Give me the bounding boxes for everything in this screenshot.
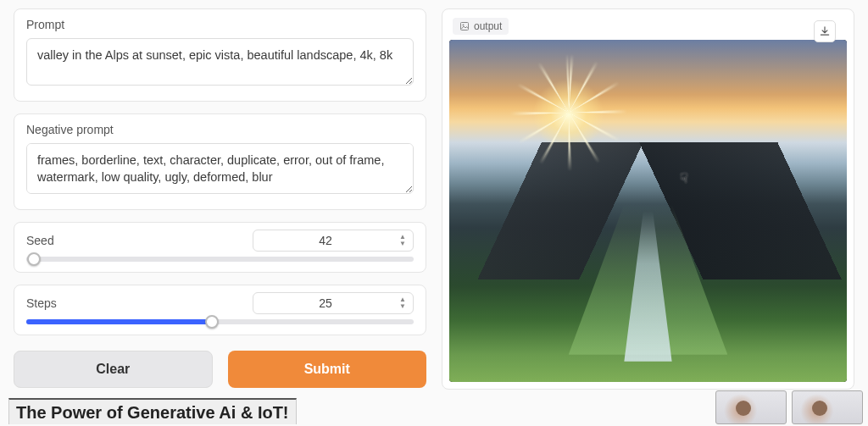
steps-group: Steps 25 ▲▼ — [14, 285, 426, 335]
chevron-down-icon[interactable]: ▼ — [396, 303, 409, 310]
prompt-group: Prompt — [14, 8, 426, 102]
seed-slider[interactable] — [26, 257, 414, 262]
seed-number-value: 42 — [319, 234, 332, 247]
cursor-icon: ☟ — [680, 170, 688, 186]
negative-prompt-label: Negative prompt — [26, 123, 414, 136]
clear-button[interactable]: Clear — [14, 351, 213, 388]
output-image[interactable]: ☟ — [449, 40, 847, 382]
output-label-text: output — [474, 20, 502, 32]
download-icon — [819, 25, 831, 37]
form-panel: Prompt Negative prompt Seed 42 ▲▼ Steps — [14, 8, 426, 390]
seed-group: Seed 42 ▲▼ — [14, 222, 426, 273]
output-header: output — [449, 16, 847, 40]
prompt-input[interactable] — [26, 38, 414, 86]
negative-prompt-input[interactable] — [26, 143, 414, 194]
negative-prompt-group: Negative prompt — [14, 113, 426, 210]
output-panel: output ☟ — [442, 8, 854, 390]
chevron-down-icon[interactable]: ▼ — [396, 241, 409, 247]
webcam-thumb-2 — [792, 390, 863, 424]
presentation-title: The Power of Generative Ai & IoT! — [8, 398, 297, 424]
submit-button[interactable]: Submit — [228, 351, 427, 388]
image-icon — [459, 21, 470, 31]
webcam-thumb-1 — [715, 390, 787, 424]
app-root: Prompt Negative prompt Seed 42 ▲▼ Steps — [0, 0, 868, 390]
seed-label: Seed — [26, 234, 54, 247]
webcam-thumbnails — [715, 390, 863, 424]
seed-spinner[interactable]: ▲▼ — [396, 232, 409, 249]
presentation-overlay: The Power of Generative Ai & IoT! — [0, 389, 868, 426]
steps-number-value: 25 — [319, 296, 332, 310]
prompt-label: Prompt — [26, 18, 414, 31]
button-row: Clear Submit — [14, 351, 426, 388]
download-button[interactable] — [814, 20, 836, 42]
steps-label: Steps — [26, 296, 57, 310]
steps-number-input[interactable]: 25 ▲▼ — [253, 292, 414, 314]
seed-slider-thumb[interactable] — [27, 252, 41, 266]
output-column: output ☟ — [442, 8, 854, 390]
steps-slider-thumb[interactable] — [205, 315, 219, 329]
steps-head: Steps 25 ▲▼ — [26, 292, 414, 314]
seed-head: Seed 42 ▲▼ — [26, 230, 414, 252]
svg-point-1 — [463, 25, 465, 26]
steps-slider[interactable] — [26, 319, 414, 324]
output-label-pill: output — [453, 18, 509, 35]
steps-slider-fill — [26, 319, 212, 324]
steps-spinner[interactable]: ▲▼ — [396, 295, 409, 312]
seed-number-input[interactable]: 42 ▲▼ — [253, 230, 414, 252]
